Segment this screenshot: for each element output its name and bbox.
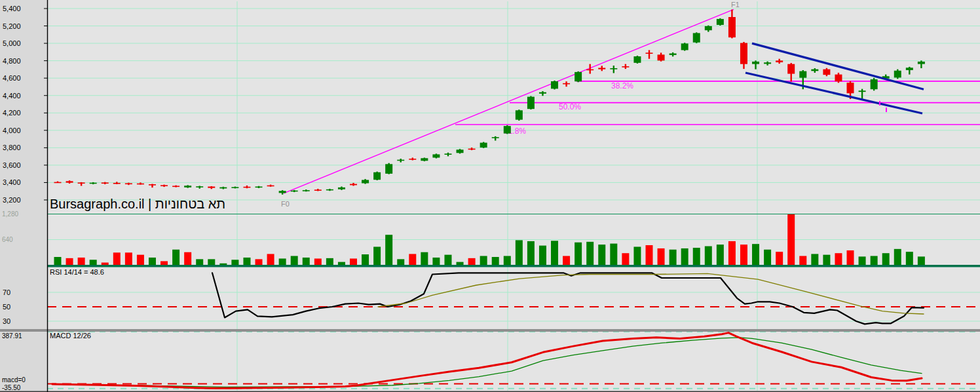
volume-bar: [740, 245, 747, 265]
candle: [847, 83, 854, 93]
volume-bar: [811, 254, 818, 265]
candle: [646, 52, 653, 54]
volume-bar: [113, 252, 121, 265]
candle: [231, 187, 238, 188]
volume-bar: [705, 246, 712, 265]
volume-bar: [859, 256, 866, 265]
volume-bar: [468, 258, 476, 265]
candle: [705, 26, 712, 30]
volume-bar: [847, 250, 854, 265]
candle: [457, 149, 464, 153]
candle: [799, 71, 806, 78]
volume-bar: [432, 258, 440, 265]
macd-level-label: macd=0: [2, 376, 26, 383]
candle: [373, 172, 381, 180]
volume-bar: [551, 241, 558, 265]
candle: [622, 66, 629, 68]
candle: [432, 154, 440, 157]
price-axis-label: 4,200: [3, 109, 21, 117]
volume-bar: [149, 258, 156, 265]
volume-bar: [752, 244, 759, 265]
candle: [385, 164, 392, 174]
rsi-axis-label: 30: [3, 317, 10, 325]
price-axis-label: 3,400: [3, 178, 21, 186]
price-axis-label: 5,400: [3, 5, 21, 12]
candle: [787, 64, 795, 74]
volume-bar: [610, 244, 617, 265]
volume-bar: [196, 259, 203, 265]
volume-bar: [764, 250, 771, 265]
volume-bar: [409, 254, 416, 265]
volume-bar: [78, 258, 85, 265]
chart-application: 5,4005,2005,0004,8004,6004,4004,2004,000…: [0, 0, 980, 392]
volume-bar: [646, 245, 653, 265]
plot-background: [0, 0, 980, 392]
macd-level-label: 387.91: [2, 332, 22, 340]
candle: [776, 60, 783, 62]
candle: [421, 158, 428, 161]
volume-bar: [137, 255, 144, 265]
macd-title: MACD 12/26: [50, 332, 91, 340]
candle: [906, 68, 913, 70]
volume-bar: [575, 243, 582, 265]
candle: [125, 184, 132, 185]
candle: [894, 71, 901, 78]
candle: [516, 110, 523, 119]
volume-bar: [717, 245, 724, 265]
candle: [78, 182, 85, 184]
price-axis-label: 5,200: [3, 22, 21, 30]
candle: [362, 180, 369, 183]
rsi-title: RSI 14/14 = 48.6: [50, 268, 104, 276]
candle: [811, 69, 818, 71]
volume-bar: [54, 257, 62, 265]
bursagraph-chart-surface[interactable]: 5,4005,2005,0004,8004,6004,4004,2004,000…: [0, 0, 980, 392]
candle: [208, 187, 215, 188]
candle: [539, 92, 546, 94]
volume-bar: [492, 257, 499, 265]
candle: [871, 79, 878, 89]
volume-bar: [350, 258, 357, 265]
candle: [444, 153, 451, 155]
panel-separator-rsi-macd: [0, 329, 980, 332]
volume-bar: [658, 248, 665, 265]
volume-bar: [835, 253, 842, 265]
candle: [219, 187, 227, 189]
fib-label: 50.0%: [559, 102, 581, 111]
panel-separator-volume-rsi: [47, 265, 980, 267]
volume-bar: [338, 262, 345, 265]
volume-bar: [444, 255, 451, 265]
volume-bar: [373, 246, 381, 265]
price-axis-label: 4,000: [3, 127, 21, 134]
volume-bar: [125, 252, 132, 265]
candle: [255, 187, 263, 188]
candle: [160, 185, 168, 186]
volume-bar: [303, 258, 310, 265]
volume-bar: [480, 256, 487, 265]
volume-bar: [102, 263, 109, 265]
volume-bar: [527, 241, 535, 265]
price-axis-label: 4,800: [3, 57, 21, 65]
volume-bar: [669, 250, 677, 265]
volume-bar: [184, 252, 191, 265]
candle: [575, 72, 582, 81]
price-axis-label: 4,400: [3, 92, 21, 100]
price-axis-label: 3,200: [3, 196, 21, 204]
candle: [669, 53, 677, 54]
macd-level-label: -35.50: [2, 384, 21, 391]
candle: [409, 159, 416, 160]
candle: [693, 33, 700, 42]
candle: [551, 81, 558, 88]
candle: [66, 181, 73, 182]
watermark: Bursagraph.co.il | תא בטחוניות: [50, 197, 225, 211]
volume-bar: [787, 214, 795, 265]
volume-bar: [66, 258, 73, 265]
volume-bar: [622, 253, 629, 265]
candle: [764, 62, 771, 64]
volume-bar: [539, 246, 546, 265]
rsi-axis-label: 50: [3, 303, 10, 311]
candle: [90, 183, 97, 184]
candle: [279, 191, 286, 193]
candle: [728, 17, 736, 37]
candle: [918, 62, 925, 64]
volume-bar: [598, 245, 605, 265]
